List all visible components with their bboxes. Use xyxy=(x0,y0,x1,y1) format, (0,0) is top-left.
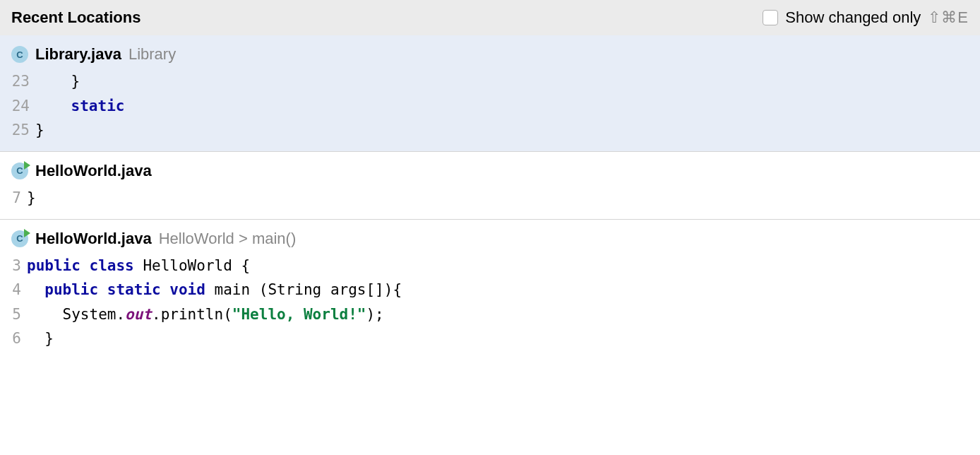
code-content: } xyxy=(27,186,36,211)
code-content: static xyxy=(35,94,124,119)
code-line: 24 static xyxy=(11,94,969,119)
code-content: public class HelloWorld { xyxy=(27,254,250,278)
code-content: public static void main (String args[]){ xyxy=(27,278,402,302)
code-content: } xyxy=(35,69,80,94)
checkbox-icon[interactable] xyxy=(763,10,778,25)
code-content: System.out.println("Hello, World!"); xyxy=(27,302,384,327)
code-line: 3public class HelloWorld { xyxy=(11,254,969,278)
code-snippet: 23 }24 static25} xyxy=(0,69,980,151)
class-file-icon: C xyxy=(11,46,28,63)
file-name: Library.java xyxy=(35,45,121,64)
checkbox-label: Show changed only xyxy=(785,8,921,27)
location-item[interactable]: CHelloWorld.javaHelloWorld > main()3publ… xyxy=(0,220,980,360)
breadcrumb: Library xyxy=(129,45,176,64)
line-number: 24 xyxy=(11,94,30,119)
code-line: 6 } xyxy=(11,326,969,351)
show-changed-only-toggle[interactable]: Show changed only ⇧⌘E xyxy=(763,8,969,27)
code-line: 5 System.out.println("Hello, World!"); xyxy=(11,302,969,327)
location-item[interactable]: CHelloWorld.java7} xyxy=(0,152,980,220)
location-header[interactable]: CHelloWorld.javaHelloWorld > main() xyxy=(0,220,980,254)
popup-header: Recent Locations Show changed only ⇧⌘E xyxy=(0,0,980,35)
line-number: 23 xyxy=(11,69,30,94)
code-content: } xyxy=(27,326,54,351)
code-snippet: 7} xyxy=(0,186,980,219)
run-badge-icon xyxy=(24,229,30,237)
line-number: 3 xyxy=(11,254,21,278)
code-snippet: 3public class HelloWorld {4 public stati… xyxy=(0,254,980,360)
popup-title: Recent Locations xyxy=(11,8,141,27)
file-name: HelloWorld.java xyxy=(35,230,152,248)
line-number: 4 xyxy=(11,278,21,302)
file-name: HelloWorld.java xyxy=(35,162,152,180)
location-header[interactable]: CLibrary.javaLibrary xyxy=(0,35,980,69)
shortcut-hint: ⇧⌘E xyxy=(928,8,969,27)
line-number: 7 xyxy=(11,186,21,211)
code-line: 4 public static void main (String args[]… xyxy=(11,278,969,302)
breadcrumb: HelloWorld > main() xyxy=(159,230,297,248)
code-line: 23 } xyxy=(11,69,969,94)
location-header[interactable]: CHelloWorld.java xyxy=(0,152,980,186)
locations-list: CLibrary.javaLibrary23 }24 static25}CHel… xyxy=(0,35,980,360)
line-number: 25 xyxy=(11,118,30,143)
code-line: 25} xyxy=(11,118,969,143)
code-line: 7} xyxy=(11,186,969,211)
run-badge-icon xyxy=(24,161,30,170)
class-file-icon: C xyxy=(11,230,28,247)
code-content: } xyxy=(35,118,44,143)
location-item[interactable]: CLibrary.javaLibrary23 }24 static25} xyxy=(0,35,980,152)
line-number: 6 xyxy=(11,326,21,351)
class-file-icon: C xyxy=(11,162,28,179)
line-number: 5 xyxy=(11,302,21,327)
